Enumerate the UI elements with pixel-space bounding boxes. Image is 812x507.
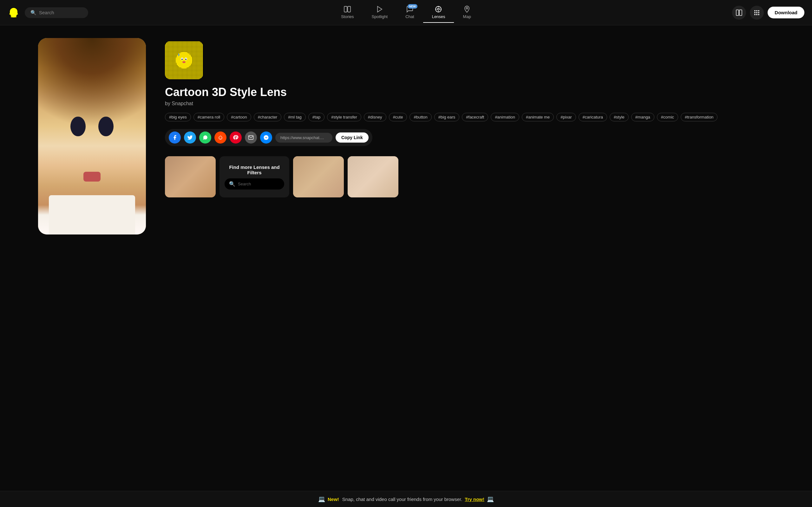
svg-point-18 [754,14,756,15]
svg-marker-2 [377,6,382,12]
svg-point-21 [177,54,190,66]
tag-cute[interactable]: #cute [389,113,407,121]
chat-new-badge: NEW [408,4,417,9]
svg-rect-10 [736,10,739,15]
banner-new-label: New! [328,497,339,502]
nav-item-lenses[interactable]: Lenses [423,2,454,23]
nav-left: 🔍 [8,7,88,19]
svg-point-14 [758,10,759,11]
lenses-icon [435,5,443,13]
nav-item-map[interactable]: Map [454,2,480,23]
svg-point-13 [756,10,757,11]
tag-button[interactable]: #button [409,113,432,121]
download-button[interactable]: Download [768,7,804,18]
svg-point-26 [183,61,186,63]
nav-item-stories[interactable]: Stories [332,2,362,23]
nav-center: Stories Spotlight NEW Chat [332,2,480,23]
tag-big-eyes[interactable]: #big eyes [165,113,191,121]
thumbnails-row: Find more Lenses and Filters 🔍 [165,156,774,198]
snapchat-logo[interactable] [8,7,20,19]
svg-point-15 [754,12,756,13]
tag-cartoon[interactable]: #cartoon [227,113,251,121]
tag-caricatura[interactable]: #caricatura [578,113,607,121]
search-bar[interactable]: 🔍 [25,7,88,18]
thumbnail-4[interactable] [348,156,398,198]
copy-link-button[interactable]: Copy Link [336,132,368,143]
tag-facecraft[interactable]: #facecraft [462,113,488,121]
tag-pixar[interactable]: #pixar [556,113,576,121]
find-more-search[interactable]: 🔍 [224,178,284,189]
banner-message: Snap, chat and video call your friends f… [342,497,462,502]
lens-info: Cartoon 3D Style Lens by Snapchat #big e… [165,38,774,198]
tag-transformation[interactable]: #transformation [681,113,717,121]
main-content: Cartoon 3D Style Lens by Snapchat #big e… [0,25,812,247]
nav-item-chat[interactable]: NEW Chat [397,2,423,23]
tag-tap[interactable]: #tap [308,113,324,121]
banner-snap-icon: 💻 [318,496,325,503]
svg-point-20 [758,14,759,15]
tag-animation[interactable]: #animation [491,113,519,121]
nav-right: Download [732,6,804,20]
share-whatsapp-button[interactable] [199,131,211,144]
svg-rect-1 [348,6,351,12]
svg-rect-0 [344,6,347,12]
share-facebook-button[interactable] [169,131,181,144]
share-row: https://www.snapchat.... Copy Link [165,129,372,146]
spotlight-icon [376,5,384,13]
tag-style-transfer[interactable]: #style transfer [327,113,361,121]
find-more-card: Find more Lenses and Filters 🔍 [219,156,289,198]
banner-cta-link[interactable]: Try now! [465,497,484,502]
thumbnail-1[interactable] [165,156,216,198]
share-url-display: https://www.snapchat.... [275,133,333,143]
tag-big-ears[interactable]: #big ears [434,113,459,121]
lens-qr-code [165,41,203,79]
svg-point-28 [219,137,220,138]
svg-rect-11 [740,10,742,15]
share-reddit-button[interactable] [214,131,226,144]
svg-point-4 [438,8,440,10]
thumbnail-3[interactable] [293,156,344,198]
stories-icon [344,5,351,13]
svg-point-24 [182,59,183,60]
search-icon: 🔍 [31,10,37,15]
tag-character[interactable]: #character [254,113,281,121]
svg-point-17 [758,12,759,13]
nav-item-spotlight[interactable]: Spotlight [363,2,397,23]
search-input[interactable] [39,10,83,15]
lens-preview [38,38,146,234]
share-email-button[interactable] [245,131,257,144]
lens-author: by Snapchat [165,101,774,107]
svg-point-16 [756,12,757,13]
tags-container: #big eyes #camera roll #cartoon #charact… [165,113,774,121]
find-more-search-icon: 🔍 [229,181,235,187]
tag-manga[interactable]: #manga [631,113,654,121]
svg-point-19 [756,14,757,15]
find-more-search-input[interactable] [238,181,280,186]
navbar: 🔍 Stories Spotlight [0,0,812,25]
grid-view-button[interactable] [732,6,746,20]
lens-title: Cartoon 3D Style Lens [165,86,774,99]
share-twitter-button[interactable] [184,131,196,144]
find-more-title: Find more Lenses and Filters [224,164,284,175]
map-icon [463,5,471,13]
svg-point-9 [466,8,468,9]
qr-center-face [176,52,192,68]
tag-animate-me[interactable]: #animate me [522,113,554,121]
lens-preview-image [38,38,146,234]
tag-comic[interactable]: #comic [657,113,678,121]
tag-camera-roll[interactable]: #camera roll [194,113,224,121]
tag-ml-tag[interactable]: #ml tag [284,113,306,121]
banner-laptop-icon: 💻 [487,496,494,503]
apps-button[interactable] [750,6,764,20]
svg-point-25 [185,59,187,60]
svg-point-12 [754,10,756,11]
tag-disney[interactable]: #disney [364,113,386,121]
share-pinterest-button[interactable] [230,131,242,144]
tag-style[interactable]: #style [610,113,629,121]
bottom-banner: 💻 New! Snap, chat and video call your fr… [0,491,812,507]
share-messenger-button[interactable] [260,131,272,144]
svg-point-29 [221,137,222,138]
